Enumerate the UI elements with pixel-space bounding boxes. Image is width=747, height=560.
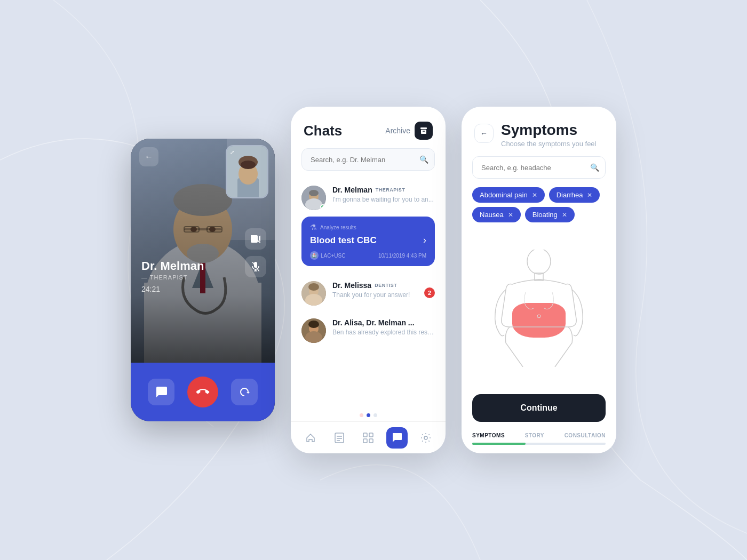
svg-rect-27 <box>421 130 426 134</box>
tag-abdominal-pain[interactable]: Abdominal pain ✕ <box>472 187 545 203</box>
unread-badge-melissa: 2 <box>424 287 435 298</box>
tag-close-diarrhea[interactable]: ✕ <box>587 191 592 199</box>
nav-documents[interactable] <box>329 427 350 449</box>
dot-1 <box>360 413 363 417</box>
symptoms-search-area: 🔍 <box>472 156 606 179</box>
svg-rect-41 <box>335 433 344 443</box>
nav-grid[interactable] <box>357 427 379 449</box>
blood-test-title-row: Blood test CBC › <box>310 235 426 246</box>
progress-steps: SYMPTOMS STORY CONSULTAION <box>472 433 606 438</box>
symptoms-search-icon: 🔍 <box>590 163 599 172</box>
symptom-tags-area: Abdominal pain ✕ Diarrhea ✕ Nausea ✕ Blo… <box>462 187 616 229</box>
expand-icon: ⤢ <box>230 149 234 155</box>
svg-point-18 <box>241 161 256 169</box>
svg-rect-47 <box>363 439 367 443</box>
beaker-icon: ⚗ <box>310 223 317 231</box>
chat-name-group: Dr. Alisa, Dr. Melman ... <box>332 318 415 327</box>
svg-point-31 <box>309 190 319 196</box>
chat-preview-group: Ben has already explored this result... <box>332 329 435 336</box>
progress-bar-fill <box>472 443 526 445</box>
blood-test-card[interactable]: ⚗ Analyze results Blood test CBC › 🏥 LAC… <box>301 217 435 266</box>
blood-test-footer: 🏥 LAC+USC 10/11/2019 4:43 PM <box>310 251 426 260</box>
chat-preview: I'm gonna be waiting for you to an... <box>332 196 435 203</box>
chat-content-dr-melissa: Dr. Melissa DENTIST Thank you for your a… <box>332 281 418 299</box>
hospital-icon: 🏥 <box>310 251 319 260</box>
hospital-logo: 🏥 LAC+USC <box>310 251 345 260</box>
archive-button[interactable] <box>415 122 433 140</box>
back-arrow-icon: ← <box>145 152 153 162</box>
tag-close-bloating[interactable]: ✕ <box>562 211 567 219</box>
progress-section: SYMPTOMS STORY CONSULTAION <box>462 428 616 453</box>
chat-content-dr-melman: Dr. Melman THERAPIST I'm gonna be waitin… <box>332 186 435 203</box>
symptoms-subtitle: Choose the symptoms you feel <box>501 140 603 148</box>
body-diagram-area <box>462 229 616 388</box>
chat-list: Dr. Melman THERAPIST I'm gonna be waitin… <box>291 179 446 409</box>
svg-rect-46 <box>369 433 373 437</box>
avatar-dr-melissa <box>301 281 326 306</box>
bottom-nav <box>291 421 446 453</box>
blood-test-label: ⚗ Analyze results <box>310 223 426 231</box>
step-consultation: CONSULTAION <box>565 433 606 438</box>
dot-3 <box>374 413 377 417</box>
symptoms-title-area: Symptoms Choose the symptoms you feel <box>501 122 603 148</box>
chat-content-group: Dr. Alisa, Dr. Melman ... Ben has alread… <box>332 318 435 336</box>
svg-point-39 <box>308 321 319 328</box>
continue-button[interactable]: Continue <box>472 394 606 422</box>
svg-point-50 <box>527 250 551 274</box>
nav-home[interactable] <box>300 427 321 449</box>
tag-label-diarrhea: Diarrhea <box>557 191 583 199</box>
chat-item-dr-melman[interactable]: Dr. Melman THERAPIST I'm gonna be waitin… <box>291 179 446 217</box>
svg-point-35 <box>308 283 319 291</box>
dot-2 <box>367 413 370 417</box>
svg-rect-26 <box>420 127 427 129</box>
archive-area: Archive <box>385 122 433 140</box>
step-symptoms: SYMPTOMS <box>472 433 505 438</box>
chat-name-row: Dr. Melman THERAPIST <box>332 186 435 194</box>
chat-preview-melissa: Thank you for your answer! <box>332 291 418 299</box>
chats-screen: Chats Archive 🔍 <box>291 107 446 453</box>
symptoms-search-input[interactable] <box>472 156 606 179</box>
continue-label: Continue <box>520 403 557 413</box>
chats-search-input[interactable] <box>301 148 435 171</box>
progress-bar-background <box>472 443 606 445</box>
chat-name: Dr. Melman <box>332 186 372 194</box>
tag-close-nausea[interactable]: ✕ <box>508 211 513 219</box>
doctor-role-call: — THERAPIST <box>141 274 204 281</box>
call-bottom-bar <box>131 363 275 421</box>
video-toggle-button[interactable] <box>245 228 266 250</box>
nav-chats-active[interactable] <box>386 427 408 449</box>
tag-close-abdominal[interactable]: ✕ <box>532 191 537 199</box>
chat-button[interactable] <box>148 379 174 405</box>
nav-settings[interactable] <box>415 427 436 449</box>
mute-button[interactable] <box>245 256 266 277</box>
chats-title: Chats <box>304 123 342 139</box>
chats-search-icon: 🔍 <box>419 155 428 164</box>
chat-name-row-melissa: Dr. Melissa DENTIST <box>332 281 418 290</box>
video-call-screen: ← ⤢ Dr. Melman — THERAPIST 24:21 <box>131 139 275 421</box>
video-background: ← ⤢ Dr. Melman — THERAPIST 24:21 <box>131 139 275 363</box>
blood-test-date: 10/11/2019 4:43 PM <box>378 253 426 259</box>
symptoms-title: Symptoms <box>501 122 603 139</box>
chat-name-melissa: Dr. Melissa <box>332 281 371 290</box>
step-story: STORY <box>525 433 544 438</box>
arrow-right-icon: › <box>423 235 426 246</box>
chat-item-group[interactable]: Dr. Alisa, Dr. Melman ... Ben has alread… <box>291 312 446 349</box>
rotate-camera-button[interactable] <box>231 379 258 405</box>
call-timer: 24:21 <box>141 285 204 293</box>
tag-nausea[interactable]: Nausea ✕ <box>472 207 521 222</box>
call-controls-right <box>245 228 266 277</box>
back-button-video[interactable]: ← <box>139 147 158 166</box>
end-call-button[interactable] <box>187 377 218 407</box>
blood-test-title: Blood test CBC <box>310 235 377 246</box>
chats-search-area: 🔍 <box>301 148 435 171</box>
chat-role: THERAPIST <box>376 187 406 193</box>
online-indicator <box>320 204 325 210</box>
symptoms-screen: ← Symptoms Choose the symptoms you feel … <box>462 107 616 453</box>
tag-bloating[interactable]: Bloating ✕ <box>525 207 575 222</box>
back-button-symptoms[interactable]: ← <box>474 124 494 143</box>
chat-item-dr-melissa[interactable]: Dr. Melissa DENTIST Thank you for your a… <box>291 275 446 312</box>
tag-label-nausea: Nausea <box>480 211 504 219</box>
symptoms-header: ← Symptoms Choose the symptoms you feel <box>462 107 616 156</box>
tag-diarrhea[interactable]: Diarrhea ✕ <box>549 187 600 203</box>
tag-label-bloating: Bloating <box>533 211 558 219</box>
